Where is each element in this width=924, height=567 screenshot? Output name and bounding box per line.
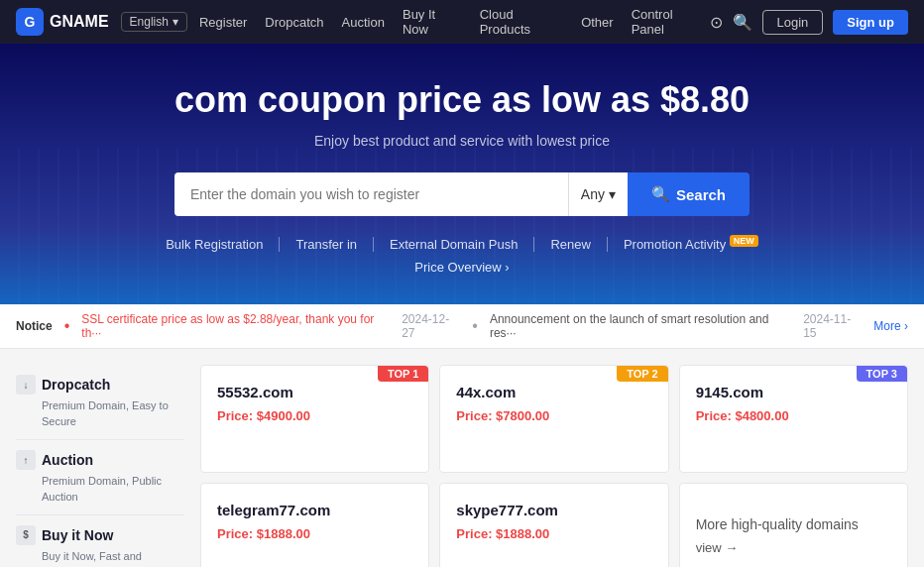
tld-selected-value: Any	[581, 186, 605, 202]
logo-text: GNAME	[50, 13, 109, 31]
auction-icon: ↑	[16, 450, 36, 470]
domain-price-4: Price: $1888.00	[217, 526, 412, 541]
domain-name-3: 9145.com	[696, 384, 891, 400]
sidebar-buyitnow-title: $ Buy it Now	[16, 525, 184, 545]
search-button[interactable]: 🔍 Search	[628, 172, 750, 216]
nav-buy-it-now[interactable]: Buy It Now	[403, 7, 462, 37]
more-domains-link[interactable]: view →	[696, 540, 891, 555]
price-overview-link[interactable]: Price Overview ›	[20, 260, 904, 275]
nav-dropcatch[interactable]: Dropcatch	[265, 15, 323, 30]
notice-dot-1: •	[64, 317, 70, 335]
domain-card-4[interactable]: telegram77.com Price: $1888.00	[200, 483, 429, 568]
quick-link-external-domain-push[interactable]: External Domain Push	[374, 237, 534, 252]
search-icon[interactable]: 🔍	[733, 13, 752, 32]
tld-selector[interactable]: Any ▾	[568, 172, 628, 216]
nav-control-panel[interactable]: Control Panel	[632, 7, 706, 37]
notice-date-2: 2024-11-15	[803, 312, 862, 340]
notice-bar: Notice • SSL certificate price as low as…	[0, 304, 924, 349]
search-button-label: Search	[676, 186, 726, 203]
sidebar-item-dropcatch[interactable]: ↓ Dropcatch Premium Domain, Easy to Secu…	[16, 365, 184, 440]
login-button[interactable]: Login	[762, 10, 824, 35]
hero-headline: com coupon price as low as $8.80	[20, 79, 904, 121]
language-label: English	[130, 15, 169, 29]
notice-text-1[interactable]: SSL certificate price as low as $2.88/ye…	[81, 312, 386, 340]
domain-card-5[interactable]: skype777.com Price: $1888.00	[439, 483, 668, 568]
domain-name-4: telegram77.com	[217, 502, 412, 518]
domain-name-5: skype777.com	[456, 502, 651, 518]
hero-subheadline: Enjoy best product and service with lowe…	[20, 133, 904, 149]
domain-card-2[interactable]: TOP 2 44x.com Price: $7800.00	[439, 365, 668, 472]
logo-icon: G	[16, 8, 44, 36]
nav-links: Register Dropcatch Auction Buy It Now Cl…	[199, 7, 706, 37]
hero-section: com coupon price as low as $8.80 Enjoy b…	[0, 44, 924, 304]
domain-search-bar: Any ▾ 🔍 Search	[174, 172, 750, 216]
sidebar-item-buy-it-now[interactable]: $ Buy it Now Buy it Now, Fast and Convin…	[16, 515, 184, 567]
domain-grid: TOP 1 55532.com Price: $4900.00 TOP 2 44…	[200, 365, 908, 567]
domain-name-2: 44x.com	[456, 384, 651, 400]
sidebar-dropcatch-desc: Premium Domain, Easy to Secure	[16, 398, 184, 429]
user-circle-icon[interactable]: ⊙	[710, 13, 723, 32]
hero-quick-links: Bulk Registration Transfer in External D…	[20, 236, 904, 275]
chevron-down-icon: ▾	[173, 15, 178, 29]
sidebar-auction-desc: Premium Domain, Public Auction	[16, 474, 184, 505]
sidebar-item-auction[interactable]: ↑ Auction Premium Domain, Public Auction	[16, 440, 184, 515]
notice-label: Notice	[16, 319, 53, 333]
domain-price-5: Price: $1888.00	[456, 526, 651, 541]
buyitnow-icon: $	[16, 525, 36, 545]
search-icon: 🔍	[651, 185, 670, 203]
domain-price-3: Price: $4800.00	[696, 408, 891, 423]
sidebar-dropcatch-title: ↓ Dropcatch	[16, 375, 184, 395]
quick-link-promotion-activity[interactable]: Promotion Activity NEW	[608, 236, 774, 252]
notice-date-1: 2024-12-27	[402, 312, 460, 340]
quick-link-bulk-registration[interactable]: Bulk Registration	[150, 237, 280, 252]
nav-cloud-products[interactable]: Cloud Products	[480, 7, 563, 37]
quick-link-transfer-in[interactable]: Transfer in	[280, 237, 374, 252]
chevron-down-icon: ▾	[609, 186, 616, 202]
rank-badge-2: TOP 2	[617, 366, 667, 382]
notice-more-link[interactable]: More ›	[873, 319, 908, 333]
domain-price-2: Price: $7800.00	[456, 408, 651, 423]
nav-right: ⊙ 🔍 Login Sign up	[710, 10, 908, 35]
more-domains-card[interactable]: More high-quality domains view →	[679, 483, 908, 568]
domain-name-1: 55532.com	[217, 384, 412, 400]
new-badge: NEW	[730, 235, 758, 247]
sidebar: ↓ Dropcatch Premium Domain, Easy to Secu…	[16, 365, 184, 567]
dropcatch-icon: ↓	[16, 375, 36, 395]
rank-badge-1: TOP 1	[378, 366, 428, 382]
nav-auction[interactable]: Auction	[342, 15, 385, 30]
notice-dot-2: •	[472, 317, 478, 335]
domain-card-1[interactable]: TOP 1 55532.com Price: $4900.00	[200, 365, 429, 472]
rank-badge-3: TOP 3	[857, 366, 907, 382]
sidebar-auction-title: ↑ Auction	[16, 450, 184, 470]
nav-other[interactable]: Other	[581, 15, 614, 30]
language-selector[interactable]: English ▾	[121, 12, 187, 32]
navbar: G GNAME English ▾ Register Dropcatch Auc…	[0, 0, 924, 44]
domain-card-3[interactable]: TOP 3 9145.com Price: $4800.00	[679, 365, 908, 472]
domain-price-1: Price: $4900.00	[217, 408, 412, 423]
domain-search-input[interactable]	[174, 172, 568, 216]
logo[interactable]: G GNAME	[16, 8, 109, 36]
nav-register[interactable]: Register	[199, 15, 247, 30]
signup-button[interactable]: Sign up	[833, 10, 908, 35]
more-domains-title: More high-quality domains	[696, 516, 891, 532]
quick-link-renew[interactable]: Renew	[534, 237, 607, 252]
notice-text-2[interactable]: Announcement on the launch of smart reso…	[490, 312, 787, 340]
main-content: ↓ Dropcatch Premium Domain, Easy to Secu…	[0, 349, 924, 567]
sidebar-buyitnow-desc: Buy it Now, Fast and Convinent	[16, 549, 184, 567]
